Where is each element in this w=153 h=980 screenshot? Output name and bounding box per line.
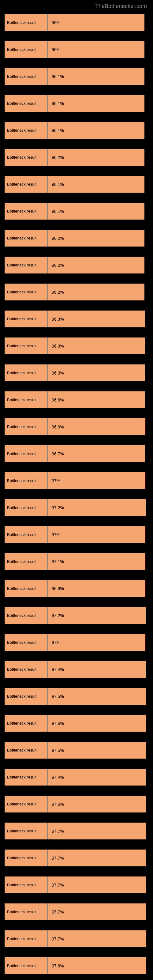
bar: 97.4% bbox=[48, 769, 146, 786]
chart-row: Bottleneck result96.3% bbox=[5, 337, 148, 354]
bar-value: 97.2% bbox=[52, 505, 64, 510]
bar: 97.2% bbox=[48, 499, 146, 516]
bar: 96.1% bbox=[48, 68, 144, 85]
bar-area: 97% bbox=[48, 526, 148, 543]
bar-area: 97.7% bbox=[48, 904, 148, 920]
bar-value: 97.4% bbox=[52, 667, 64, 672]
bar-area: 96.2% bbox=[48, 149, 148, 166]
row-label: Bottleneck result bbox=[5, 688, 48, 705]
chart-row: Bottleneck result96% bbox=[5, 14, 148, 31]
bar-value: 97.5% bbox=[52, 748, 64, 753]
bar-area: 97.6% bbox=[48, 795, 148, 813]
chart-row: Bottleneck result96.3% bbox=[5, 310, 148, 328]
row-label: Bottleneck result bbox=[5, 904, 48, 920]
row-label: Bottleneck result bbox=[5, 41, 48, 58]
chart-row: Bottleneck result96.1% bbox=[5, 176, 148, 192]
bar-value: 96% bbox=[52, 47, 60, 52]
bar-value: 96.9% bbox=[52, 425, 64, 430]
chart-row: Bottleneck result97% bbox=[5, 526, 148, 543]
row-label: Bottleneck result bbox=[5, 149, 48, 166]
row-label: Bottleneck result bbox=[5, 553, 48, 570]
chart-row: Bottleneck result96.1% bbox=[5, 122, 148, 139]
bar-area: 97.7% bbox=[48, 931, 148, 947]
chart-row: Bottleneck result96.1% bbox=[5, 68, 148, 85]
bar-area: 96.1% bbox=[48, 203, 148, 220]
chart-row: Bottleneck result97.6% bbox=[5, 957, 148, 974]
bar-value: 97.6% bbox=[52, 964, 64, 968]
row-label: Bottleneck result bbox=[5, 607, 48, 624]
row-label: Bottleneck result bbox=[5, 499, 48, 516]
bar: 97.7% bbox=[48, 822, 146, 840]
bar-area: 97.6% bbox=[48, 957, 148, 974]
row-label: Bottleneck result bbox=[5, 850, 48, 866]
bar-area: 97.7% bbox=[48, 822, 148, 840]
row-label: Bottleneck result bbox=[5, 822, 48, 840]
row-label: Bottleneck result bbox=[5, 957, 48, 974]
bar: 96.2% bbox=[48, 149, 144, 166]
bar-value: 97.6% bbox=[52, 721, 64, 726]
bar-value: 96.9% bbox=[52, 586, 64, 591]
bar: 96.2% bbox=[48, 257, 144, 274]
bar-value: 97.1% bbox=[52, 559, 64, 564]
chart-row: Bottleneck result97.2% bbox=[5, 607, 148, 624]
bar: 97.2% bbox=[48, 607, 146, 624]
bar: 97.6% bbox=[48, 957, 146, 974]
row-label: Bottleneck result bbox=[5, 472, 48, 489]
bar: 96.6% bbox=[48, 391, 145, 408]
bar-area: 96.1% bbox=[48, 95, 148, 112]
row-label: Bottleneck result bbox=[5, 257, 48, 274]
row-label: Bottleneck result bbox=[5, 122, 48, 139]
bar: 96.9% bbox=[48, 418, 145, 435]
bar-value: 97% bbox=[52, 478, 60, 483]
bar: 97.5% bbox=[48, 688, 146, 705]
bar-value: 96.2% bbox=[52, 263, 64, 268]
row-label: Bottleneck result bbox=[5, 68, 48, 85]
bar-value: 96.2% bbox=[52, 290, 64, 294]
bar-area: 96% bbox=[48, 41, 148, 58]
bar: 96.2% bbox=[48, 230, 144, 247]
chart-container: Bottleneck result96%Bottleneck result96%… bbox=[0, 14, 153, 980]
row-label: Bottleneck result bbox=[5, 634, 48, 651]
row-label: Bottleneck result bbox=[5, 14, 48, 31]
row-label: Bottleneck result bbox=[5, 715, 48, 732]
bar: 97.7% bbox=[48, 850, 146, 866]
bar-value: 97.7% bbox=[52, 910, 64, 915]
chart-row: Bottleneck result97.4% bbox=[5, 769, 148, 786]
bar-area: 96.9% bbox=[48, 580, 148, 597]
bar: 97.7% bbox=[48, 904, 146, 920]
bar-area: 97.4% bbox=[48, 769, 148, 786]
chart-row: Bottleneck result96.3% bbox=[5, 364, 148, 381]
chart-row: Bottleneck result96.6% bbox=[5, 391, 148, 408]
row-label: Bottleneck result bbox=[5, 418, 48, 435]
bar-value: 96.3% bbox=[52, 344, 64, 348]
row-label: Bottleneck result bbox=[5, 230, 48, 247]
bar-area: 96.6% bbox=[48, 391, 148, 408]
bar-value: 97% bbox=[52, 532, 60, 537]
bar-area: 97.1% bbox=[48, 553, 148, 570]
row-label: Bottleneck result bbox=[5, 526, 48, 543]
bar: 97.7% bbox=[48, 877, 146, 893]
bar: 96.1% bbox=[48, 176, 144, 192]
bar-value: 96.1% bbox=[52, 182, 64, 187]
bar: 96% bbox=[48, 41, 144, 58]
chart-row: Bottleneck result97.4% bbox=[5, 661, 148, 678]
row-label: Bottleneck result bbox=[5, 742, 48, 759]
bar-value: 97.7% bbox=[52, 883, 64, 888]
bar: 97% bbox=[48, 472, 145, 489]
bar-area: 97.7% bbox=[48, 877, 148, 893]
row-label: Bottleneck result bbox=[5, 445, 48, 462]
bar-value: 96.2% bbox=[52, 155, 64, 160]
row-label: Bottleneck result bbox=[5, 391, 48, 408]
bar-value: 97.7% bbox=[52, 829, 64, 834]
chart-row: Bottleneck result97.7% bbox=[5, 931, 148, 947]
bar-area: 96.1% bbox=[48, 176, 148, 192]
chart-row: Bottleneck result97.7% bbox=[5, 822, 148, 840]
bar-value: 97.4% bbox=[52, 775, 64, 780]
bar-value: 97.6% bbox=[52, 802, 64, 807]
bar-area: 97.4% bbox=[48, 661, 148, 678]
bar-value: 96.1% bbox=[52, 101, 64, 106]
chart-row: Bottleneck result97.1% bbox=[5, 553, 148, 570]
bar-value: 96.3% bbox=[52, 371, 64, 375]
bar: 97.6% bbox=[48, 795, 146, 813]
bar-value: 96% bbox=[52, 20, 60, 25]
